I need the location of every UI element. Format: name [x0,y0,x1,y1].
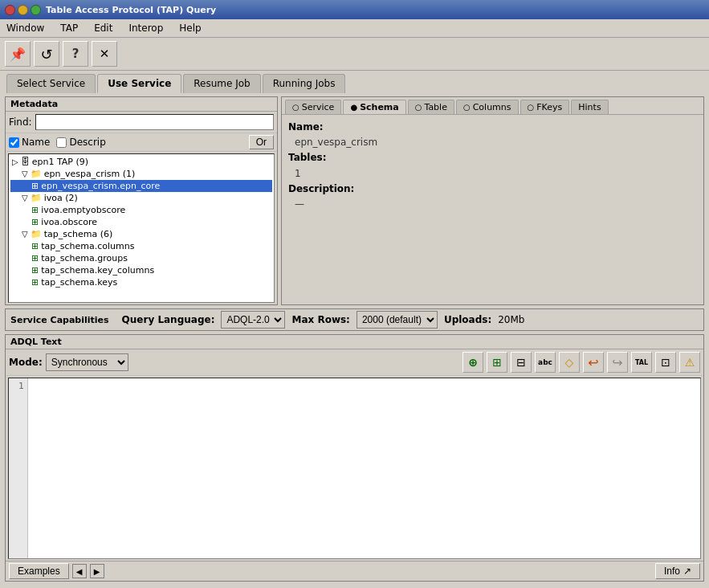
name-field: Name: [288,120,697,135]
mode-select[interactable]: Synchronous Asynchronous [46,353,128,371]
descrip-checkbox[interactable] [56,137,67,148]
description-field-value: — [288,197,697,212]
detail-tab-columns[interactable]: ○ Columns [456,100,519,114]
name-checkbox[interactable] [9,137,19,148]
detail-panel: ○ Service ● Schema ○ Table ○ Columns ○ [281,96,704,305]
line-numbers: 1 [9,378,28,558]
metadata-panel: Metadata Find: Name Descrip Or [5,96,278,305]
tal-button[interactable]: TAL [631,352,652,373]
redo-button[interactable]: ↪ [607,352,628,373]
detail-content: Name: epn_vespa_crism Tables: 1 Descript… [282,115,703,217]
detail-tab-fkeys[interactable]: ○ FKeys [520,100,570,114]
abc-button[interactable]: abc [535,352,556,373]
tree-item-tap-schema-keys[interactable]: ⊞ tap_schema.keys [10,276,272,288]
radio-service: ○ [292,103,299,112]
name-label: Name [22,137,50,148]
description-field: Description: [288,182,697,197]
tree-item-ivoa-emptyobscore[interactable]: ⊞ ivoa.emptyobscore [10,204,272,216]
refresh-button[interactable]: ↺ [34,41,59,67]
close-icon: ✕ [100,47,110,61]
clear-icon: ⊟ [516,356,526,369]
info-label: Info [664,566,680,577]
undo-icon: ↩ [588,355,598,370]
toolbar: 📌 ↺ ? ✕ [0,38,709,71]
menu-edit[interactable]: Edit [91,21,116,35]
tree-item-tap-schema-groups[interactable]: ⊞ tap_schema.groups [10,252,272,264]
grid-icon3: ⊞ [31,217,39,227]
tables-field-value: 1 [288,166,697,182]
tab-resume-job[interactable]: Resume Job [183,74,260,93]
query-language-label: Query Language: [122,314,215,325]
examples-button[interactable]: Examples [9,563,69,579]
grid-icon4: ⊞ [31,241,39,251]
maximize-window-button[interactable] [31,5,41,15]
folder-icon3: 📁 [31,193,42,203]
radio-schema: ● [350,103,357,112]
tree-item-ivoa[interactable]: ▽ 📁 ivoa (2) [10,192,272,204]
service-caps-title: Service Capabilities [10,315,109,325]
menu-help[interactable]: Help [176,21,204,35]
tree-item-tap-schema[interactable]: ▽ 📁 tap_schema (6) [10,228,272,240]
radio-table: ○ [415,103,422,112]
close-button[interactable]: ✕ [92,41,117,67]
detail-tab-service[interactable]: ○ Service [285,100,341,114]
window-controls[interactable] [5,5,41,15]
warning-icon: ⚠ [685,356,695,369]
minimize-window-button[interactable] [18,5,28,15]
grid-icon7: ⊞ [31,277,39,288]
clear-button[interactable]: ⊟ [511,352,532,373]
expand-icon4: ▽ [22,230,28,239]
tab-select-service[interactable]: Select Service [6,74,96,93]
close-window-button[interactable] [5,5,15,15]
service-capabilities-panel: Service Capabilities Query Language: ADQ… [5,308,704,331]
name-field-value: epn_vespa_crism [288,135,697,150]
uploads-label: Uploads: [444,314,491,325]
tab-use-service[interactable]: Use Service [97,74,181,93]
add-table-button[interactable]: ⊕ [462,352,483,373]
nav-prev-button[interactable]: ◀ [72,564,87,578]
erase-button[interactable]: ◇ [559,352,580,373]
find-input[interactable] [35,114,274,130]
or-button[interactable]: Or [249,135,274,149]
grid-icon: ⊞ [31,181,39,191]
main-content: Metadata Find: Name Descrip Or [0,93,709,585]
expand-icon: ▷ [12,157,18,166]
detail-tab-hints[interactable]: Hints [571,100,608,114]
expand-icon3: ▽ [22,194,28,202]
warning-button[interactable]: ⚠ [679,352,700,373]
tree-item-epn-vespa-crism-epn-core[interactable]: ⊞ epn_vespa_crism.epn_core [10,180,272,192]
menu-tap[interactable]: TAP [57,21,81,35]
chevron-left-icon: ◀ [76,567,83,576]
name-checkbox-label[interactable]: Name [9,137,50,148]
tree-item-tap-schema-key-columns[interactable]: ⊞ tap_schema.key_columns [10,264,272,276]
nav-next-button[interactable]: ▶ [90,564,104,578]
tab-running-jobs[interactable]: Running Jobs [263,74,346,93]
info-button[interactable]: Info ↗ [655,563,700,579]
tree-item-epn-vespa-crism[interactable]: ▽ 📁 epn_vespa_crism (1) [10,168,272,180]
help-button[interactable]: ? [63,41,88,67]
menu-window[interactable]: Window [3,21,47,35]
folder-icon2: 📁 [31,169,42,179]
mode-select-wrap: Synchronous Asynchronous [46,353,128,371]
table-view-button[interactable]: ⊡ [655,352,676,373]
detail-tab-table[interactable]: ○ Table [408,100,454,114]
adql-footer: Examples ◀ ▶ Info ↗ [6,561,703,581]
tree-area[interactable]: ▷ 🗄 epn1 TAP (9) ▽ 📁 epn_vespa_crism (1)… [8,153,275,303]
query-language-select[interactable]: ADQL-2.0 ADQL-1.0 [221,311,285,329]
adql-editor[interactable] [28,378,700,558]
max-rows-select[interactable]: 2000 (default) 1000 5000 10000 [357,311,438,329]
descrip-checkbox-label[interactable]: Descrip [56,137,105,148]
tree-item-tap-schema-columns[interactable]: ⊞ tap_schema.columns [10,240,272,252]
tree-item-epn1tap[interactable]: ▷ 🗄 epn1 TAP (9) [10,156,272,168]
refresh-icon: ↺ [40,46,52,63]
grid-icon6: ⊞ [31,265,39,276]
add-table-icon: ⊕ [468,356,478,369]
detail-tab-schema[interactable]: ● Schema [343,100,405,114]
tree-item-ivoa-obscore[interactable]: ⊞ ivoa.obscore [10,216,272,228]
pin-button[interactable]: 📌 [5,41,31,67]
add-cols-button[interactable]: ⊞ [487,352,507,373]
find-row: Find: [6,112,277,133]
undo-button[interactable]: ↩ [583,352,604,373]
descrip-label: Descrip [69,137,105,148]
menu-interop[interactable]: Interop [125,21,166,35]
